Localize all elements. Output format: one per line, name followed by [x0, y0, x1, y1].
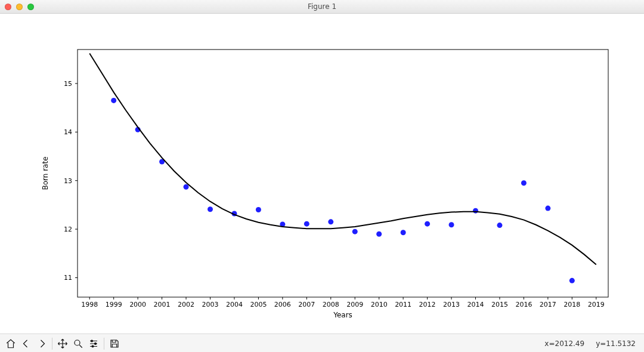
back-button[interactable] — [19, 336, 33, 351]
xtick-label: 2004 — [226, 301, 243, 308]
minimize-icon[interactable] — [16, 4, 23, 10]
xtick-label: 2015 — [491, 301, 508, 308]
xtick-label: 2013 — [443, 301, 460, 308]
svg-point-0 — [75, 340, 80, 345]
data-point — [111, 98, 116, 103]
xtick-label: 2003 — [202, 301, 219, 308]
arrow-right-icon — [36, 338, 47, 349]
data-point — [401, 230, 406, 235]
data-point — [304, 221, 309, 227]
close-icon[interactable] — [5, 4, 11, 10]
data-point — [449, 222, 454, 227]
save-icon — [109, 338, 120, 349]
xtick-label: 2019 — [588, 301, 605, 308]
zoom-icon — [73, 338, 83, 349]
ytick-label: 12 — [64, 226, 72, 233]
data-point — [569, 278, 575, 283]
data-point — [256, 207, 261, 212]
xtick-label: 2018 — [564, 301, 580, 308]
ytick-label: 13 — [64, 177, 72, 185]
svg-point-3 — [92, 345, 94, 347]
xtick-label: 2012 — [419, 301, 436, 308]
zoom-button[interactable] — [71, 336, 85, 351]
data-point — [497, 223, 502, 228]
xtick-label: 2014 — [467, 301, 484, 308]
toolbar-separator — [52, 338, 52, 350]
svg-point-2 — [95, 343, 97, 345]
pan-button[interactable] — [55, 336, 70, 351]
sliders-icon — [88, 338, 99, 349]
xlabel: Years — [333, 311, 352, 319]
forward-button[interactable] — [35, 336, 49, 351]
coord-readout: x=2012.49 y=11.5132 — [544, 339, 636, 348]
data-point — [328, 219, 333, 224]
xtick-label: 2001 — [154, 301, 171, 308]
axes-frame — [78, 50, 608, 297]
configure-button[interactable] — [86, 336, 101, 351]
svg-point-1 — [91, 340, 93, 342]
toolbar-separator — [104, 338, 104, 350]
figure-canvas[interactable]: 1998199920002001200220032004200520062007… — [0, 14, 644, 334]
matplotlib-toolbar: x=2012.49 y=11.5132 — [0, 334, 644, 352]
arrow-left-icon — [21, 338, 32, 349]
ylabel: Born rate — [41, 156, 49, 190]
home-icon — [5, 338, 16, 349]
move-icon — [57, 338, 68, 349]
xtick-label: 2000 — [129, 301, 146, 308]
ytick-label: 15 — [64, 80, 72, 88]
data-point — [545, 206, 550, 211]
ytick-label: 11 — [64, 274, 72, 282]
window-titlebar: Figure 1 — [0, 0, 644, 14]
xtick-label: 2008 — [323, 301, 339, 308]
save-button[interactable] — [107, 336, 122, 351]
window-title: Figure 1 — [0, 2, 644, 11]
plot-svg: 1998199920002001200220032004200520062007… — [0, 14, 644, 334]
ytick-label: 14 — [64, 128, 72, 136]
xtick-label: 2017 — [540, 301, 556, 308]
xtick-label: 2009 — [346, 301, 363, 308]
xtick-label: 2016 — [515, 301, 532, 308]
data-point — [184, 184, 189, 190]
data-point — [521, 180, 527, 186]
xtick-label: 2006 — [274, 301, 291, 308]
xtick-label: 2005 — [250, 301, 267, 308]
data-point — [473, 208, 478, 214]
xtick-label: 1999 — [106, 301, 122, 308]
xtick-label: 2011 — [395, 301, 411, 308]
xtick-label: 2010 — [371, 301, 388, 308]
maximize-icon[interactable] — [27, 4, 34, 10]
xtick-label: 1998 — [81, 301, 98, 308]
data-point — [208, 206, 213, 212]
xtick-label: 2007 — [298, 301, 315, 308]
home-button[interactable] — [4, 336, 18, 351]
data-point — [376, 231, 382, 237]
data-point — [352, 229, 358, 234]
xtick-label: 2002 — [178, 301, 194, 308]
data-point — [425, 221, 430, 227]
series-fit — [89, 54, 596, 265]
